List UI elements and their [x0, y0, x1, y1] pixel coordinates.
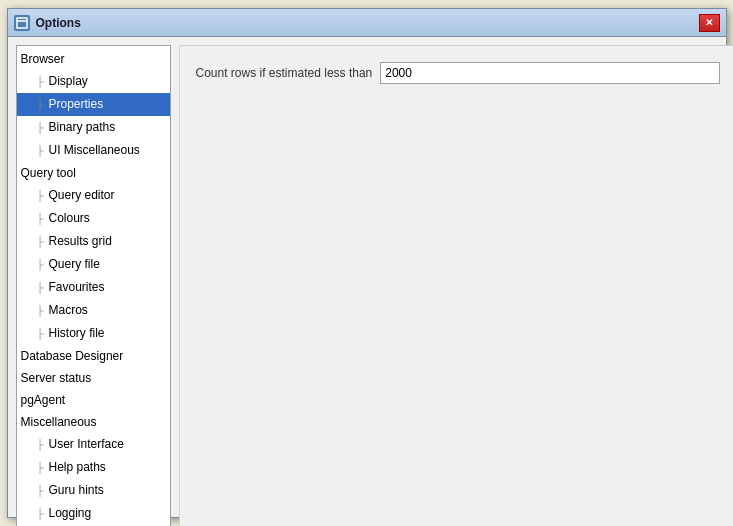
window-body: Browser├ Display├ Properties├ Binary pat…: [8, 37, 726, 526]
count-rows-row: Count rows if estimated less than: [196, 62, 721, 84]
sidebar-item-label: Miscellaneous: [21, 415, 97, 429]
sidebar-item-label: History file: [49, 326, 105, 340]
sidebar-item-query-tool[interactable]: Query tool: [17, 162, 170, 184]
tree-connector: ├: [37, 482, 49, 500]
title-bar: Options ✕: [8, 9, 726, 37]
sidebar-item-label: Query tool: [21, 166, 76, 180]
sidebar-item-properties[interactable]: ├ Properties: [17, 93, 170, 116]
sidebar-item-ui-misc[interactable]: ├ UI Miscellaneous: [17, 139, 170, 162]
count-rows-label: Count rows if estimated less than: [196, 66, 373, 80]
tree-connector: ├: [37, 210, 49, 228]
sidebar-item-label: Browser: [21, 52, 65, 66]
sidebar-item-label: Display: [49, 74, 88, 88]
sidebar-item-logging[interactable]: ├ Logging: [17, 502, 170, 525]
sidebar-item-label: pgAgent: [21, 393, 66, 407]
sidebar-item-label: Query file: [49, 257, 100, 271]
sidebar-item-browser[interactable]: Browser: [17, 48, 170, 70]
sidebar-item-display[interactable]: ├ Display: [17, 70, 170, 93]
tree-connector: ├: [37, 256, 49, 274]
tree-connector: ├: [37, 73, 49, 91]
sidebar-item-label: Favourites: [49, 280, 105, 294]
tree-connector: ├: [37, 119, 49, 137]
window-icon: [14, 15, 30, 31]
sidebar: Browser├ Display├ Properties├ Binary pat…: [16, 45, 171, 526]
sidebar-item-results-grid[interactable]: ├ Results grid: [17, 230, 170, 253]
sidebar-item-label: Query editor: [49, 188, 115, 202]
tree-connector: ├: [37, 436, 49, 454]
sidebar-item-user-interface[interactable]: ├ User Interface: [17, 433, 170, 456]
tree-connector: ├: [37, 459, 49, 477]
sidebar-item-miscellaneous[interactable]: Miscellaneous: [17, 411, 170, 433]
sidebar-item-label: Guru hints: [49, 483, 104, 497]
tree-connector: ├: [37, 233, 49, 251]
count-rows-input[interactable]: [380, 62, 720, 84]
sidebar-item-server-status[interactable]: Server status: [17, 367, 170, 389]
sidebar-item-guru-hints[interactable]: ├ Guru hints: [17, 479, 170, 502]
options-dialog: Options ✕ Browser├ Display├ Properties├ …: [7, 8, 727, 518]
sidebar-item-binary-paths[interactable]: ├ Binary paths: [17, 116, 170, 139]
sidebar-item-favourites[interactable]: ├ Favourites: [17, 276, 170, 299]
window-title: Options: [36, 16, 699, 30]
sidebar-item-query-editor[interactable]: ├ Query editor: [17, 184, 170, 207]
sidebar-item-database-designer[interactable]: Database Designer: [17, 345, 170, 367]
sidebar-item-label: Help paths: [49, 460, 106, 474]
sidebar-item-label: Server status: [21, 371, 92, 385]
content-panel: Count rows if estimated less than: [179, 45, 734, 526]
window-controls: ✕: [699, 14, 720, 32]
sidebar-item-label: Binary paths: [49, 120, 116, 134]
svg-rect-0: [17, 18, 27, 28]
sidebar-item-help-paths[interactable]: ├ Help paths: [17, 456, 170, 479]
sidebar-item-history-file[interactable]: ├ History file: [17, 322, 170, 345]
tree-connector: ├: [37, 187, 49, 205]
sidebar-item-label: Properties: [49, 97, 104, 111]
tree-connector: ├: [37, 279, 49, 297]
tree-connector: ├: [37, 325, 49, 343]
tree-connector: ├: [37, 302, 49, 320]
tree-connector: ├: [37, 96, 49, 114]
sidebar-item-pgagent[interactable]: pgAgent: [17, 389, 170, 411]
sidebar-item-colours[interactable]: ├ Colours: [17, 207, 170, 230]
sidebar-item-label: Database Designer: [21, 349, 124, 363]
close-button[interactable]: ✕: [699, 14, 720, 32]
sidebar-item-label: Macros: [49, 303, 88, 317]
sidebar-item-label: Results grid: [49, 234, 112, 248]
main-content: Browser├ Display├ Properties├ Binary pat…: [16, 45, 718, 526]
tree-connector: ├: [37, 505, 49, 523]
sidebar-item-label: UI Miscellaneous: [49, 143, 140, 157]
sidebar-item-macros[interactable]: ├ Macros: [17, 299, 170, 322]
sidebar-item-query-file[interactable]: ├ Query file: [17, 253, 170, 276]
sidebar-item-label: Colours: [49, 211, 90, 225]
tree-connector: ├: [37, 142, 49, 160]
sidebar-item-label: Logging: [49, 506, 92, 520]
sidebar-item-label: User Interface: [49, 437, 124, 451]
